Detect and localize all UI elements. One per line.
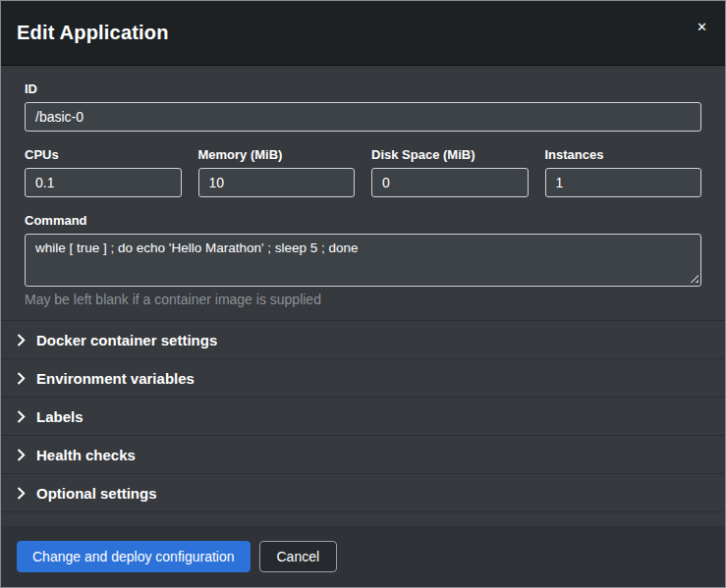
section-docker-container-settings[interactable]: Docker container settings [1, 321, 725, 359]
collapsible-sections: Docker container settings Environment va… [1, 320, 725, 512]
section-health-checks[interactable]: Health checks [1, 436, 725, 474]
modal-title: Edit Application [17, 22, 169, 44]
command-field-group: Command while [ true ] ; do echo 'Hello … [25, 213, 701, 307]
memory-input[interactable] [198, 168, 356, 197]
section-environment-variables[interactable]: Environment variables [1, 359, 725, 398]
chevron-right-icon [17, 334, 26, 347]
memory-field-group: Memory (MiB) [198, 147, 356, 197]
cpus-input[interactable] [25, 168, 182, 197]
cancel-button[interactable]: Cancel [259, 541, 338, 572]
section-labels[interactable]: Labels [1, 398, 725, 436]
section-label: Docker container settings [36, 332, 217, 348]
id-field-group: ID [25, 81, 701, 132]
application-form: ID CPUs Memory (MiB) Disk Space (MiB) In [1, 66, 725, 307]
command-input[interactable]: while [ true ] ; do echo 'Hello Marathon… [25, 234, 701, 287]
section-optional-settings[interactable]: Optional settings [1, 474, 725, 512]
chevron-right-icon [17, 410, 26, 423]
chevron-right-icon [17, 487, 26, 500]
cpus-field-group: CPUs [25, 147, 182, 197]
command-label: Command [25, 213, 701, 228]
section-label: Optional settings [36, 485, 157, 502]
disk-input[interactable] [371, 168, 529, 197]
disk-label: Disk Space (MiB) [371, 147, 529, 162]
modal-body: ID CPUs Memory (MiB) Disk Space (MiB) In [1, 66, 725, 526]
cpus-label: CPUs [25, 147, 182, 162]
edit-application-modal: Edit Application ✕ ID CPUs Memory (MiB) [0, 0, 726, 588]
close-icon: ✕ [697, 20, 707, 34]
change-and-deploy-button[interactable]: Change and deploy configuration [17, 541, 251, 572]
id-input[interactable] [25, 102, 701, 132]
instances-field-group: Instances [545, 147, 702, 197]
close-button[interactable]: ✕ [693, 17, 711, 37]
modal-header: Edit Application ✕ [1, 1, 725, 66]
chevron-right-icon [17, 449, 26, 461]
modal-footer: Change and deploy configuration Cancel [1, 526, 725, 587]
section-label: Health checks [36, 447, 136, 463]
section-label: Labels [36, 408, 84, 425]
command-help-text: May be left blank if a container image i… [25, 292, 701, 307]
command-textarea-wrap: while [ true ] ; do echo 'Hello Marathon… [25, 234, 701, 287]
memory-label: Memory (MiB) [198, 147, 356, 162]
instances-label: Instances [545, 147, 702, 162]
id-label: ID [25, 81, 701, 96]
disk-field-group: Disk Space (MiB) [371, 147, 529, 197]
resource-fields-row: CPUs Memory (MiB) Disk Space (MiB) Insta… [25, 147, 701, 197]
chevron-right-icon [17, 372, 26, 385]
section-label: Environment variables [36, 370, 195, 387]
instances-input[interactable] [545, 168, 702, 197]
